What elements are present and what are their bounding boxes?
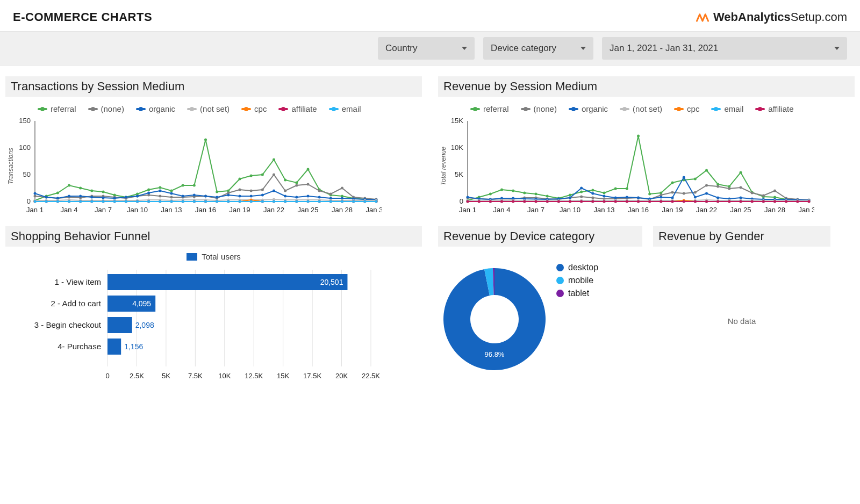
svg-point-203: [34, 200, 37, 203]
svg-point-230: [341, 200, 343, 203]
svg-text:Jan 7: Jan 7: [95, 206, 112, 214]
svg-point-73: [318, 190, 321, 192]
svg-point-83: [79, 195, 82, 198]
svg-point-31: [193, 184, 196, 187]
svg-text:Jan 4: Jan 4: [493, 206, 511, 214]
svg-point-253: [489, 193, 492, 196]
svg-point-445: [557, 200, 560, 203]
pie-legend-item: mobile: [556, 276, 598, 285]
svg-text:Transactions: Transactions: [7, 148, 15, 184]
svg-point-258: [546, 195, 549, 198]
svg-point-459: [716, 200, 719, 203]
svg-point-223: [261, 200, 264, 203]
svg-point-261: [580, 191, 583, 193]
svg-point-302: [694, 191, 697, 194]
svg-point-307: [751, 192, 754, 195]
svg-point-267: [648, 193, 651, 196]
svg-rect-498: [108, 339, 121, 355]
svg-text:3 - Begin checkout: 3 - Begin checkout: [34, 320, 102, 329]
revenue-panel: Revenue by Session Medium referral(none)…: [438, 76, 855, 214]
svg-point-29: [170, 190, 173, 192]
svg-text:Jan 10: Jan 10: [127, 206, 148, 214]
svg-point-264: [614, 188, 617, 190]
svg-point-95: [216, 196, 218, 199]
svg-point-35: [239, 178, 241, 181]
header: E-COMMERCE CHARTS WebAnalyticsSetup.com: [0, 0, 860, 31]
svg-point-37: [261, 174, 264, 176]
svg-point-85: [102, 197, 105, 199]
funnel-legend-label: Total users: [202, 252, 241, 261]
svg-point-103: [307, 195, 310, 198]
svg-rect-495: [108, 317, 132, 333]
svg-text:2,098: 2,098: [135, 321, 154, 329]
svg-point-91: [170, 192, 173, 195]
svg-text:Jan 13: Jan 13: [593, 206, 614, 214]
svg-point-337: [740, 197, 742, 199]
svg-text:Jan 28: Jan 28: [764, 206, 785, 214]
svg-text:Jan 22: Jan 22: [263, 206, 284, 214]
svg-point-220: [227, 200, 230, 203]
device-category-dropdown[interactable]: Device category: [483, 37, 593, 60]
svg-text:150: 150: [19, 118, 31, 125]
brand-logo: WebAnalyticsSetup.com: [695, 10, 847, 25]
svg-point-67: [250, 190, 253, 192]
svg-text:100: 100: [19, 143, 31, 152]
brand-text-1: WebAnalytics: [713, 10, 791, 24]
svg-point-232: [363, 200, 366, 203]
legend-item: cpc: [674, 104, 699, 113]
svg-point-82: [68, 195, 70, 198]
svg-point-226: [295, 200, 298, 203]
funnel-chart: 02.5K5K7.5K10K12.5K15K17.5K20K22.5K1 - V…: [5, 264, 382, 383]
svg-text:7.5K: 7.5K: [188, 372, 203, 380]
legend-item: cpc: [241, 104, 267, 113]
svg-text:96.8%: 96.8%: [485, 350, 505, 358]
svg-text:2.5K: 2.5K: [130, 372, 144, 380]
svg-text:Jan 16: Jan 16: [628, 206, 649, 214]
svg-point-464: [773, 200, 776, 203]
svg-point-326: [614, 197, 617, 199]
svg-point-213: [147, 200, 150, 203]
legend-item: affiliate: [755, 104, 793, 113]
svg-point-325: [603, 195, 606, 198]
svg-point-28: [159, 186, 161, 189]
svg-point-228: [318, 200, 321, 203]
svg-point-301: [683, 192, 685, 195]
svg-point-463: [762, 200, 765, 203]
svg-point-98: [250, 195, 253, 198]
svg-point-205: [56, 200, 59, 203]
svg-text:Jan 31: Jan 31: [366, 206, 382, 214]
svg-point-72: [307, 183, 310, 186]
svg-point-331: [671, 197, 674, 199]
svg-point-451: [626, 200, 628, 203]
svg-point-454: [660, 200, 662, 203]
svg-point-255: [512, 190, 514, 192]
svg-point-48: [34, 195, 37, 198]
svg-point-461: [740, 200, 742, 203]
legend-item: referral: [470, 104, 509, 113]
svg-point-322: [569, 197, 571, 199]
svg-point-271: [694, 178, 697, 181]
svg-point-68: [261, 189, 264, 191]
svg-point-265: [626, 188, 628, 190]
filter-bar: Country Device category Jan 1, 2021 - Ja…: [0, 31, 860, 66]
svg-point-254: [500, 189, 503, 191]
svg-text:5K: 5K: [455, 170, 463, 178]
svg-point-317: [512, 197, 514, 200]
svg-point-59: [159, 195, 161, 198]
funnel-panel: Shopping Behavior Funnel Total users 02.…: [5, 226, 422, 383]
svg-point-75: [341, 187, 343, 190]
svg-point-293: [591, 197, 594, 199]
svg-point-216: [182, 200, 184, 203]
svg-point-257: [535, 193, 538, 196]
svg-point-33: [216, 191, 218, 193]
svg-point-101: [284, 195, 286, 198]
svg-point-272: [705, 169, 708, 172]
svg-text:Jan 19: Jan 19: [662, 206, 683, 214]
svg-text:Jan 1: Jan 1: [26, 206, 44, 214]
legend-item: organic: [569, 104, 608, 113]
date-range-dropdown[interactable]: Jan 1, 2021 - Jan 31, 2021: [602, 37, 847, 60]
svg-point-66: [239, 189, 241, 191]
svg-point-300: [671, 191, 674, 194]
country-dropdown[interactable]: Country: [378, 37, 475, 60]
svg-point-449: [603, 200, 606, 203]
